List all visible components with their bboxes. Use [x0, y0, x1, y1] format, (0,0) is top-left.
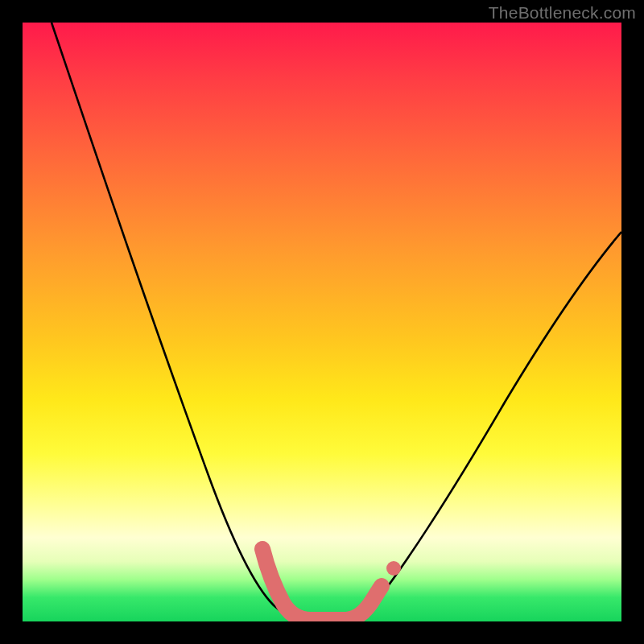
curve-path	[52, 23, 621, 620]
chart-frame: TheBottleneck.com	[0, 0, 644, 644]
plot-area	[23, 23, 621, 621]
highlight-worm	[262, 549, 382, 620]
highlight-dot	[386, 561, 401, 576]
watermark-text: TheBottleneck.com	[489, 3, 636, 23]
bottleneck-curve	[23, 23, 621, 621]
